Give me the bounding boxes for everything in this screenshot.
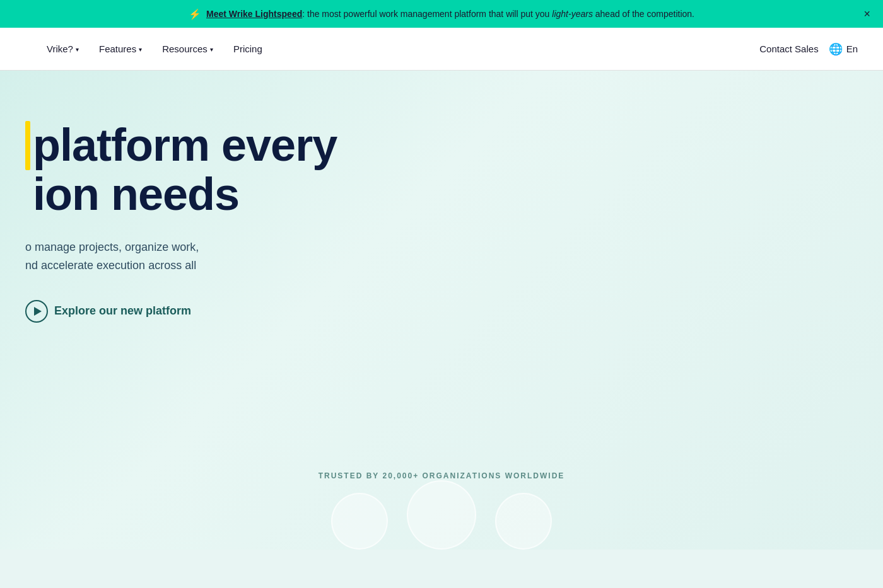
hero-title: platform every ion needs [25, 121, 353, 219]
nav-item-resources[interactable]: Resources ▾ [153, 38, 222, 59]
decorative-circle-3 [495, 493, 552, 550]
decorative-circles [331, 480, 552, 550]
nav-links: Vrike? ▾ Features ▾ Resources ▾ Pricing [38, 38, 271, 59]
chevron-down-icon: ▾ [76, 46, 79, 53]
announcement-banner: ⚡ Meet Wrike Lightspeed: the most powerf… [0, 0, 883, 28]
trusted-text: TRUSTED BY 20,000+ ORGANIZATIONS WORLDWI… [0, 471, 883, 480]
chevron-down-icon: ▾ [210, 46, 213, 53]
spacer [25, 170, 30, 219]
nav-right: Contact Sales 🌐 En [759, 42, 858, 56]
hero-subtitle-line2: nd accelerate execution across all [25, 259, 196, 272]
nav-item-wrike[interactable]: Vrike? ▾ [38, 38, 88, 59]
bolt-icon: ⚡ [189, 8, 201, 20]
explore-platform-link[interactable]: Explore our new platform [25, 300, 353, 323]
decorative-circle-2 [407, 480, 476, 550]
hero-subtitle: o manage projects, organize work, nd acc… [25, 238, 341, 275]
banner-link[interactable]: Meet Wrike Lightspeed [206, 9, 302, 19]
language-selector[interactable]: 🌐 En [829, 42, 858, 56]
hero-content: platform every ion needs o manage projec… [0, 121, 378, 323]
yellow-accent-bar [25, 121, 30, 170]
nav-item-pricing-label: Pricing [233, 43, 262, 54]
banner-italic-text: light-years [552, 9, 593, 19]
explore-platform-label: Explore our new platform [54, 304, 191, 318]
hero-title-line1: platform every [33, 122, 337, 170]
nav-item-features[interactable]: Features ▾ [90, 38, 151, 59]
language-label: En [846, 43, 858, 54]
banner-text-middle: : the most powerful work management plat… [302, 9, 552, 19]
hero-subtitle-line1: o manage projects, organize work, [25, 241, 199, 253]
hero-title-line2: ion needs [33, 171, 239, 219]
chevron-down-icon: ▾ [139, 46, 142, 53]
nav-item-wrike-label: Vrike? [47, 43, 73, 54]
hero-section: platform every ion needs o manage projec… [0, 71, 883, 550]
nav-item-resources-label: Resources [162, 43, 208, 54]
navbar: Vrike? ▾ Features ▾ Resources ▾ Pricing … [0, 28, 883, 71]
play-icon [25, 300, 48, 323]
nav-item-pricing[interactable]: Pricing [225, 38, 271, 59]
banner-text: Meet Wrike Lightspeed: the most powerful… [206, 9, 694, 19]
contact-sales-button[interactable]: Contact Sales [759, 43, 818, 54]
banner-close-button[interactable]: × [863, 8, 870, 20]
banner-text-suffix: ahead of the competition. [593, 9, 694, 19]
globe-icon: 🌐 [829, 42, 843, 56]
decorative-circle-1 [331, 493, 388, 550]
nav-item-features-label: Features [99, 43, 136, 54]
nav-left: Vrike? ▾ Features ▾ Resources ▾ Pricing [25, 38, 271, 59]
